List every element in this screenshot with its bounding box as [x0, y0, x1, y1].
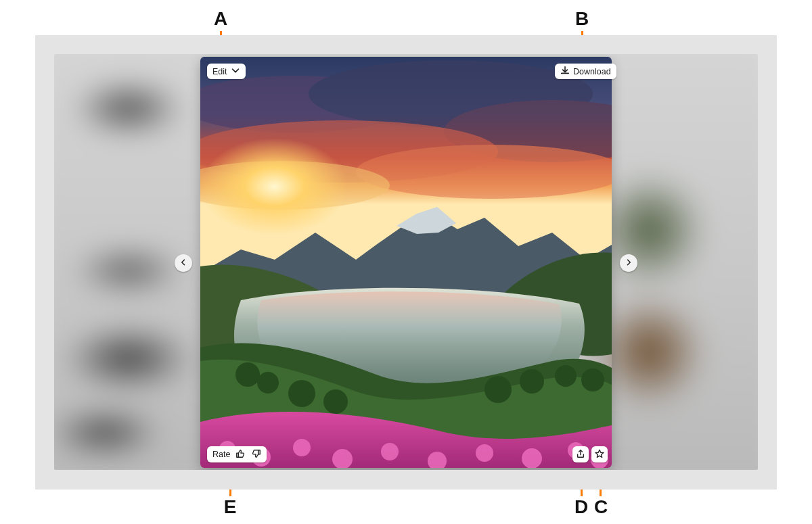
annotation-label-c: C	[593, 496, 609, 518]
svg-point-9	[257, 372, 279, 394]
thumbs-down-icon	[252, 449, 261, 460]
svg-point-13	[520, 369, 544, 394]
edit-button[interactable]: Edit	[207, 64, 246, 79]
image-viewer: Edit Download Rate	[54, 54, 758, 470]
svg-point-12	[484, 376, 512, 403]
thumbs-up-icon	[235, 449, 245, 460]
svg-point-11	[323, 389, 348, 414]
rate-chip: Rate	[207, 446, 267, 462]
thumbs-up-button[interactable]	[234, 448, 246, 460]
chevron-right-icon	[625, 258, 633, 268]
thumbs-down-button[interactable]	[250, 448, 263, 460]
svg-point-20	[381, 443, 399, 460]
favorite-button[interactable]	[591, 446, 608, 462]
download-icon	[560, 66, 570, 77]
chevron-left-icon	[179, 258, 187, 268]
svg-point-14	[555, 365, 577, 387]
main-image	[200, 57, 612, 468]
svg-point-15	[581, 368, 604, 391]
annotation-label-e: E	[222, 496, 238, 518]
svg-marker-26	[595, 450, 604, 457]
svg-point-10	[288, 380, 315, 407]
next-button[interactable]	[620, 254, 637, 272]
edit-button-label: Edit	[212, 67, 227, 76]
download-button-label: Download	[573, 67, 611, 76]
svg-point-23	[522, 448, 542, 468]
svg-point-18	[293, 439, 311, 456]
star-icon	[595, 449, 604, 460]
annotation-label-d: D	[573, 496, 589, 518]
share-icon	[576, 449, 585, 460]
svg-point-22	[476, 444, 493, 462]
annotation-label-a: A	[212, 8, 229, 30]
chevron-down-icon	[231, 66, 240, 77]
annotation-label-b: B	[574, 8, 590, 30]
share-button[interactable]	[572, 446, 589, 462]
rate-label: Rate	[212, 450, 230, 459]
prev-button[interactable]	[175, 254, 192, 272]
svg-point-8	[235, 362, 260, 387]
download-button[interactable]: Download	[555, 64, 616, 79]
